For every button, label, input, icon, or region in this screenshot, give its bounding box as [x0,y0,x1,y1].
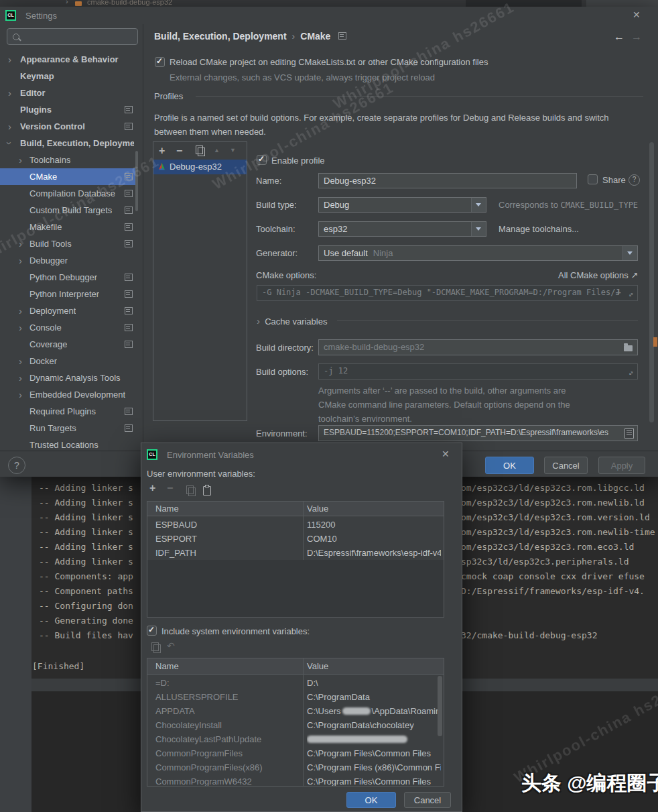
move-up-icon: ▲ [214,142,220,159]
table-row[interactable]: CommonProgramW6432C:\Program Files\Commo… [147,774,444,787]
tree-item-debugger[interactable]: ›Debugger [0,252,138,269]
settings-search-input[interactable] [7,28,138,45]
share-checkbox[interactable] [588,174,598,184]
environment-input[interactable]: ESPBAUD=115200;ESPPORT=COM10;IDF_PATH=D:… [318,425,638,441]
tree-item-build-execution-deployment[interactable]: ›Build, Execution, Deployme [0,135,138,152]
cmake-console-output-right: om/esp32c3/ld/esp32c3.rom.libgcc.ld om/e… [461,481,655,599]
table-row[interactable]: CommonProgramFiles(x86)C:\Program Files … [147,760,444,774]
cmake-options-input[interactable]: -G Ninja -DCMAKE_BUILD_TYPE=Debug "-DCMA… [257,285,638,301]
tree-item-coverage[interactable]: Coverage [0,336,138,353]
breadcrumb-part: CMake [300,31,330,42]
tree-scrollbar[interactable] [135,151,138,211]
content-scrollbar[interactable] [649,142,654,422]
dropdown-arrow-icon[interactable] [471,198,486,212]
tree-item-compilation-database[interactable]: Compilation Database [0,185,138,202]
tree-item-build-tools[interactable]: ›Build Tools [0,235,138,252]
tree-item-embedded-development[interactable]: ›Embedded Development [0,386,138,403]
build-type-select[interactable]: Debug [318,197,486,213]
profile-name-input[interactable]: Debug-esp32 [318,173,577,188]
table-scrollbar[interactable] [438,676,442,736]
build-directory-input[interactable]: cmake-build-debug-esp32 [318,339,638,355]
table-row[interactable]: ESPBAUD115200 [147,518,444,532]
browse-folder-icon[interactable] [624,345,633,351]
column-header-name[interactable]: Name [155,658,179,675]
chevron-right-icon: › [19,252,22,269]
table-row[interactable]: ChocolateyLastPathUpdate [147,732,444,746]
table-row[interactable]: ChocolateyInstallC:\ProgramData\chocolat… [147,718,444,732]
table-row[interactable]: IDF_PATHD:\Espressif\frameworks\esp-idf-… [147,546,444,560]
expand-icon[interactable]: ↔ [624,367,637,380]
all-cmake-options-link[interactable]: All CMake options ↗ [558,270,638,280]
column-header-value[interactable]: Value [307,502,328,516]
tree-item-run-targets[interactable]: Run Targets [0,420,138,437]
ide-title-bar: › cmake-build-debug-esp32 [0,0,658,7]
tree-item-plugins[interactable]: Plugins [0,101,138,118]
column-header-name[interactable]: Name [155,502,179,516]
screenshot-root: › cmake-build-debug-esp32 -- Adding link… [0,0,658,812]
clion-logo-icon: CL [147,449,157,460]
user-env-table: Name Value ESPBAUD115200 ESPPORTCOM10 ID… [147,501,444,618]
add-icon[interactable]: + [616,286,621,300]
add-profile-icon[interactable]: + [159,142,165,159]
cancel-button[interactable]: Cancel [404,792,451,808]
tree-item-python-debugger[interactable]: Python Debugger [0,269,138,286]
chevron-right-icon: › [8,118,11,135]
ok-button[interactable]: OK [346,792,396,808]
breadcrumb-part[interactable]: Build, Execution, Deployment [154,31,287,42]
expand-icon[interactable]: ↔ [624,288,637,301]
build-options-input[interactable]: -j 12 ↔ [318,363,638,380]
tree-item-cmake[interactable]: CMake [0,168,138,185]
cancel-button[interactable]: Cancel [544,457,588,474]
toolchain-select[interactable]: esp32 [318,221,486,237]
tree-item-docker[interactable]: ›Docker [0,353,138,369]
tree-item-keymap[interactable]: Keymap [0,68,138,84]
cache-variables-toggle[interactable]: › Cache variables [257,315,327,327]
page-icon [125,424,133,432]
help-button[interactable]: ? [8,457,25,474]
browse-variables-icon[interactable] [624,428,634,439]
chevron-right-icon: › [19,319,22,336]
column-header-value[interactable]: Value [307,658,328,675]
console-line: om/esp32c3/ld/esp32c3.rom.newlib-time [461,525,655,540]
tree-item-makefile[interactable]: Makefile [0,219,138,235]
profile-list-item[interactable]: Debug-esp32 [153,160,247,174]
generator-select[interactable]: Use defaultNinja [318,245,638,261]
copy-profile-icon[interactable] [198,148,205,156]
tree-item-console[interactable]: ›Console [0,319,138,336]
ok-button[interactable]: OK [485,457,534,474]
table-row[interactable]: ESPPORTCOM10 [147,532,444,546]
manage-toolchains-link[interactable]: Manage toolchains... [499,224,579,234]
tree-item-appearance-behavior[interactable]: ›Appearance & Behavior [0,51,138,68]
close-icon[interactable]: ✕ [633,9,641,20]
table-row[interactable]: =D:D:\ [147,676,444,690]
search-icon [13,34,19,40]
tree-item-required-plugins[interactable]: Required Plugins [0,403,138,420]
enable-profile-checkbox[interactable] [257,155,267,165]
add-variable-icon[interactable]: + [149,482,155,494]
tree-item-version-control[interactable]: ›Version Control [0,118,138,135]
tree-item-deployment[interactable]: ›Deployment [0,302,138,319]
paste-icon[interactable] [203,486,211,496]
remove-profile-icon[interactable]: − [176,142,182,159]
tree-item-toolchains[interactable]: ›Toolchains [0,152,138,168]
tree-item-custom-build-targets[interactable]: Custom Build Targets [0,202,138,219]
breadcrumb-separator: › [287,31,301,42]
apply-button[interactable]: Apply [598,457,645,474]
page-icon [125,106,133,113]
tree-item-dynamic-analysis-tools[interactable]: ›Dynamic Analysis Tools [0,369,138,386]
help-icon[interactable]: ? [629,174,640,186]
tree-item-python-interpreter[interactable]: Python Interpreter [0,286,138,302]
page-icon [125,408,133,415]
table-row[interactable]: CommonProgramFilesC:\Program Files\Commo… [147,746,444,760]
include-system-checkbox[interactable] [147,626,157,636]
chevron-right-icon: › [19,235,22,252]
dropdown-arrow-icon[interactable] [471,222,486,236]
close-icon[interactable]: ✕ [442,449,450,459]
table-row[interactable]: ALLUSERSPROFILEC:\ProgramData [147,690,444,704]
dropdown-arrow-icon[interactable] [622,246,637,260]
reload-cmake-checkbox[interactable] [155,57,165,67]
tree-item-editor[interactable]: ›Editor [0,84,138,101]
table-row[interactable]: APPDATAC:\Users\AppData\Roaming [147,704,444,718]
console-line: -- Adding linker s [39,510,133,525]
back-arrow-icon[interactable]: ← [614,31,624,43]
